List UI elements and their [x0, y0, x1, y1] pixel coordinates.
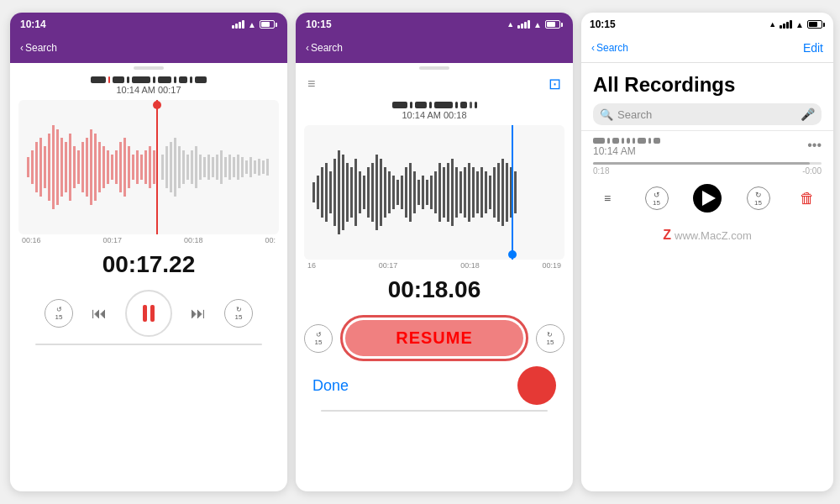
- recording-entry: 10:14 AM ••• 0:18 -0:00 ≡ ↺ 15: [581, 130, 833, 223]
- svg-rect-12: [77, 150, 80, 184]
- svg-rect-78: [392, 176, 395, 209]
- svg-rect-92: [451, 159, 454, 226]
- svg-rect-52: [249, 157, 252, 177]
- divider-pill-middle: [419, 66, 449, 70]
- status-icons-right: ▲ ▲: [769, 20, 825, 29]
- svg-rect-82: [409, 163, 412, 222]
- record-btn-middle[interactable]: [517, 366, 556, 405]
- svg-rect-88: [434, 171, 437, 213]
- resume-btn[interactable]: RESUME: [345, 320, 523, 356]
- progress-track[interactable]: [593, 162, 822, 165]
- svg-rect-4: [44, 146, 46, 188]
- svg-rect-89: [438, 163, 441, 222]
- svg-rect-105: [506, 163, 508, 222]
- skip-back-icon-left[interactable]: ⏮: [85, 299, 113, 328]
- timecodes-middle: 16 00:17 00:18 00:19: [296, 260, 573, 271]
- svg-rect-54: [258, 159, 260, 176]
- progress-fill: [593, 162, 810, 165]
- svg-rect-35: [178, 146, 181, 188]
- more-btn[interactable]: •••: [807, 138, 822, 153]
- svg-rect-10: [69, 134, 71, 201]
- svg-rect-95: [464, 167, 466, 218]
- skip-back-btn-left[interactable]: ↺ 15: [45, 299, 73, 328]
- progress-area: 0:18 -0:00: [593, 162, 822, 176]
- svg-rect-61: [321, 167, 323, 218]
- back-btn-right[interactable]: ‹ Search: [591, 42, 628, 54]
- edit-btn-right[interactable]: Edit: [803, 41, 823, 55]
- svg-rect-48: [233, 157, 235, 177]
- pause-btn-left[interactable]: [125, 290, 172, 337]
- bottom-divider-middle: [321, 410, 548, 412]
- signal-icon-middle: [517, 20, 530, 29]
- svg-rect-42: [207, 155, 210, 180]
- back-btn-left[interactable]: ‹ Search: [20, 42, 57, 54]
- recording-name-left: [10, 76, 287, 83]
- pause-icon-left: [143, 305, 155, 322]
- svg-rect-30: [153, 150, 155, 184]
- svg-rect-38: [191, 150, 193, 184]
- wifi-icon-middle: ▲: [533, 20, 542, 29]
- svg-rect-94: [459, 171, 462, 213]
- skip-fwd-btn-left[interactable]: ↻ 15: [224, 299, 253, 328]
- search-input-right[interactable]: Search: [617, 108, 796, 121]
- svg-rect-53: [254, 160, 256, 174]
- big-timer-middle: 00:18.06: [296, 276, 573, 303]
- svg-rect-15: [90, 129, 92, 205]
- skip-fwd-small[interactable]: ↻ 15: [747, 186, 770, 210]
- svg-rect-66: [342, 155, 344, 230]
- recordings-title: All Recordings: [593, 73, 822, 97]
- svg-rect-96: [468, 163, 470, 222]
- svg-rect-40: [199, 155, 202, 180]
- skip-fwd-btn-middle[interactable]: ↻ 15: [536, 324, 564, 353]
- play-btn-right[interactable]: [693, 184, 722, 213]
- status-bar-middle: 10:15 ▲ ▲: [296, 13, 573, 36]
- wifi-icon-left: ▲: [248, 20, 256, 29]
- svg-rect-69: [354, 159, 357, 226]
- status-time-middle: 10:15: [306, 18, 332, 30]
- svg-rect-36: [182, 150, 185, 184]
- svg-rect-3: [39, 138, 42, 197]
- watermark-text: www.MacZ.com: [675, 229, 752, 242]
- svg-point-109: [508, 250, 517, 259]
- status-bar-right: 10:15 ▲ ▲: [581, 13, 833, 36]
- status-time-left: 10:14: [20, 18, 46, 30]
- svg-rect-84: [417, 180, 420, 205]
- eq-btn-right[interactable]: ≡: [595, 186, 620, 211]
- z-logo: Z: [663, 228, 671, 243]
- svg-rect-100: [485, 171, 487, 213]
- svg-rect-17: [98, 142, 101, 192]
- back-btn-middle[interactable]: ‹ Search: [306, 42, 343, 54]
- svg-rect-107: [514, 171, 517, 213]
- svg-rect-14: [86, 138, 88, 197]
- svg-rect-71: [363, 176, 365, 209]
- trash-btn-right[interactable]: 🗑: [795, 186, 820, 211]
- skip-back-btn-middle[interactable]: ↺ 15: [304, 324, 333, 353]
- svg-rect-28: [144, 150, 147, 184]
- eq-icon-middle: ≡: [307, 76, 315, 92]
- location-icon-right: ▲: [769, 20, 776, 29]
- skip-fwd-icon-left[interactable]: ⏭: [184, 299, 213, 328]
- done-record-area: Done: [296, 365, 573, 410]
- svg-rect-63: [329, 171, 332, 213]
- svg-rect-70: [359, 171, 361, 213]
- nav-bar-left: ‹ Search: [10, 36, 287, 63]
- search-bar-right[interactable]: 🔍 Search 🎤: [593, 103, 822, 125]
- svg-rect-1: [31, 150, 34, 184]
- mic-icon-search[interactable]: 🎤: [801, 108, 815, 121]
- svg-rect-45: [220, 150, 223, 184]
- play-icon-right: [702, 191, 716, 206]
- svg-rect-23: [123, 138, 126, 197]
- wifi-icon-right: ▲: [795, 20, 804, 29]
- svg-rect-2: [35, 142, 38, 192]
- svg-rect-56: [266, 159, 269, 176]
- phone-panel-right: 10:15 ▲ ▲ ‹ Search Edit Al: [581, 13, 833, 491]
- svg-rect-93: [455, 167, 458, 218]
- recording-title-blocks: [593, 138, 660, 144]
- skip-back-small[interactable]: ↺ 15: [645, 186, 669, 210]
- svg-point-58: [153, 101, 161, 109]
- svg-rect-90: [443, 167, 445, 218]
- svg-rect-83: [413, 171, 416, 213]
- svg-rect-60: [317, 176, 319, 209]
- battery-icon-left: [260, 20, 277, 29]
- done-btn-middle[interactable]: Done: [312, 377, 349, 395]
